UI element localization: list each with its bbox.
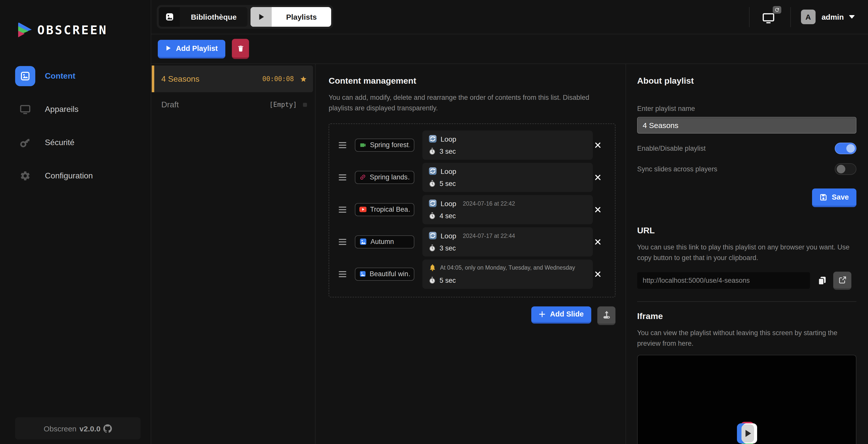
drag-handle-icon[interactable] <box>339 142 346 148</box>
drag-handle-icon[interactable] <box>339 239 346 245</box>
drag-handle-icon[interactable] <box>339 175 346 181</box>
copy-url-button[interactable] <box>817 276 827 285</box>
loop-icon <box>429 167 436 175</box>
sidebar-item-label: Appareils <box>45 105 79 114</box>
slide-settings-panel[interactable]: Loop 2024-07-16 at 22:42 4 sec <box>423 195 593 224</box>
playlist-name: Draft <box>161 100 269 109</box>
screens-status-button[interactable] <box>760 9 780 25</box>
iframe-title: Iframe <box>637 312 857 321</box>
tab-label: Playlists <box>272 7 331 27</box>
link-icon <box>358 172 368 183</box>
user-name[interactable]: admin <box>822 12 844 21</box>
content-title: Content management <box>329 76 616 86</box>
drag-handle-icon[interactable] <box>339 207 346 213</box>
remove-slide-button[interactable] <box>594 205 602 214</box>
sidebar-item-securite[interactable]: Sécurité <box>0 126 151 159</box>
slide-media-chip[interactable]: Beautiful win… <box>355 267 414 281</box>
slide-schedule-note: 2024-07-16 at 22:42 <box>463 200 515 207</box>
add-slide-label: Add Slide <box>550 310 584 318</box>
url-row <box>637 272 857 290</box>
monitor-icon <box>762 11 775 25</box>
open-url-button[interactable] <box>833 272 851 290</box>
chevron-down-icon[interactable] <box>849 15 855 19</box>
sidebar-item-label: Configuration <box>45 171 93 181</box>
remove-slide-button[interactable] <box>594 173 602 182</box>
add-slide-row: Add Slide <box>329 307 616 325</box>
playlist-url-input[interactable] <box>637 273 810 289</box>
slide-settings-panel[interactable]: Loop 5 sec <box>423 163 593 192</box>
external-link-icon <box>838 276 846 284</box>
upload-icon <box>602 311 611 319</box>
youtube-icon <box>360 207 367 213</box>
slide-row: Beautiful win… At 04:05, only on Monday,… <box>339 259 608 289</box>
sidebar-item-content[interactable]: Content <box>0 60 151 93</box>
slide-row: Spring lands… Loop 5 sec <box>339 163 608 192</box>
slide-settings-panel[interactable]: At 04:05, only on Monday, Tuesday, and W… <box>423 259 593 289</box>
app-window: OBSCREEN Content Appareils Sécurité <box>0 0 868 444</box>
view-tabs: Bibliothèque Playlists <box>157 5 333 29</box>
tab-playlists[interactable]: Playlists <box>250 7 331 27</box>
save-button[interactable]: Save <box>812 189 857 207</box>
sidebar-item-configuration[interactable]: Configuration <box>0 159 151 192</box>
add-playlist-button[interactable]: Add Playlist <box>158 39 225 58</box>
loop-icon <box>429 135 436 143</box>
remove-slide-button[interactable] <box>594 270 602 278</box>
divider <box>637 302 857 302</box>
tab-bibliotheque[interactable]: Bibliothèque <box>159 7 248 27</box>
preview-play-button[interactable] <box>737 421 757 444</box>
slide-duration: 3 sec <box>439 245 456 252</box>
url-description: You can use this link to play this playl… <box>637 243 857 263</box>
slide-settings-panel[interactable]: Loop 2024-07-17 at 22:44 3 sec <box>423 227 593 256</box>
star-icon <box>300 75 307 83</box>
playlist-toolbar: Add Playlist <box>151 34 868 64</box>
slide-media-chip[interactable]: Tropical Bea… <box>355 203 414 216</box>
slide-row: Autumn Loop 2024-07-17 at 22:44 3 sec <box>339 227 608 256</box>
remove-slide-button[interactable] <box>594 238 602 246</box>
slide-row: Spring forest… Loop 3 sec <box>339 130 608 160</box>
slide-media-chip[interactable]: Autumn <box>355 235 414 249</box>
monitor-icon <box>15 103 35 116</box>
slides-list: Spring forest… Loop 3 sec <box>329 124 616 297</box>
playlist-name: 4 Seasons <box>161 74 262 84</box>
playlist-name-input[interactable] <box>637 117 857 133</box>
stopwatch-icon <box>429 213 435 220</box>
slide-media-chip[interactable]: Spring forest… <box>355 138 414 152</box>
slide-name: Spring lands… <box>370 173 410 181</box>
sync-toggle-row: Sync slides across players <box>637 163 857 175</box>
copy-icon <box>817 276 827 285</box>
play-icon <box>165 45 172 52</box>
playlist-preview-frame[interactable] <box>637 354 857 444</box>
slide-schedule: Loop <box>440 232 456 240</box>
enable-toggle[interactable] <box>835 142 857 154</box>
refresh-badge-icon <box>773 6 781 13</box>
drag-handle-icon[interactable] <box>339 271 346 277</box>
sync-toggle[interactable] <box>835 163 857 175</box>
slide-name: Beautiful win… <box>370 271 410 278</box>
videocam-icon <box>360 141 367 149</box>
playlist-item-4-seasons[interactable]: 4 Seasons 00:00:08 <box>152 65 313 92</box>
topbar-right: A admin <box>739 7 855 27</box>
playlist-item-draft[interactable]: Draft [Empty] <box>154 92 315 117</box>
playlist-list: 4 Seasons 00:00:08 Draft [Empty] <box>151 64 315 444</box>
enable-label: Enable/Disable playlist <box>637 145 706 152</box>
save-label: Save <box>832 193 849 201</box>
sidebar-item-appareils[interactable]: Appareils <box>0 93 151 126</box>
image-icon <box>15 66 35 86</box>
playlist-name-label: Enter playlist name <box>637 105 857 113</box>
slide-schedule: At 04:05, only on Monday, Tuesday, and W… <box>440 265 575 271</box>
upload-slide-button[interactable] <box>597 307 616 325</box>
github-icon[interactable] <box>103 424 112 433</box>
stopwatch-icon <box>429 180 435 187</box>
remove-slide-button[interactable] <box>594 141 602 149</box>
delete-playlist-button[interactable] <box>232 39 249 59</box>
slide-duration: 4 sec <box>439 212 456 220</box>
add-playlist-label: Add Playlist <box>176 44 218 52</box>
slide-settings-panel[interactable]: Loop 3 sec <box>423 130 593 160</box>
add-slide-button[interactable]: Add Slide <box>531 307 591 323</box>
slide-media-chip[interactable]: Spring lands… <box>355 171 414 184</box>
playlist-status: [Empty] <box>269 101 297 108</box>
save-icon <box>819 193 827 201</box>
play-icon <box>250 7 272 27</box>
avatar[interactable]: A <box>801 9 815 24</box>
brand-logo: OBSCREEN <box>0 0 151 38</box>
